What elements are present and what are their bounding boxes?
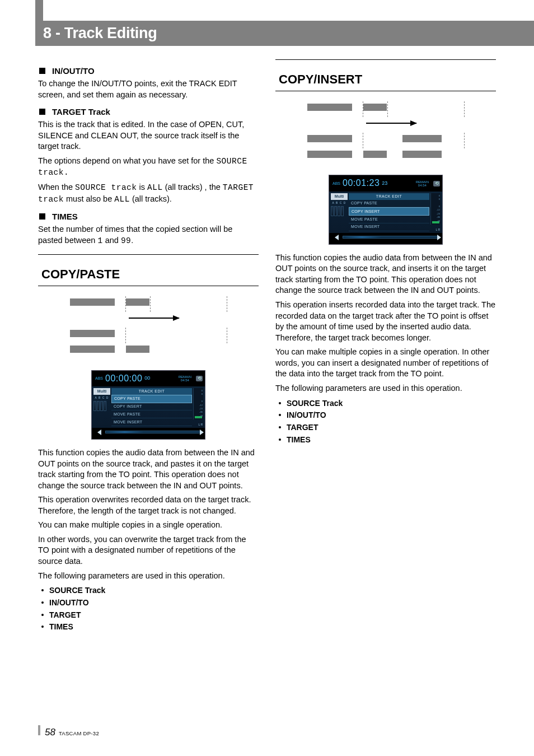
list-item: TIMES (38, 621, 259, 633)
lcd-timeline (329, 233, 442, 244)
subhead-label: TARGET Track (52, 106, 110, 118)
loop-icon: ⟲ (196, 376, 203, 381)
lcd-menu-title: TRACK EDIT (349, 193, 429, 200)
section-rule (38, 254, 259, 255)
body-text: The following parameters are used in thi… (275, 383, 496, 394)
lcd-time: 00:00:00 (105, 372, 142, 385)
body-text: This operation inserts recorded data int… (275, 300, 496, 343)
lcd-mode: Multi (331, 193, 348, 200)
subhead-label: TIMES (52, 211, 78, 222)
lcd-lr-label: L R (435, 228, 440, 232)
page-number: 58 (45, 726, 55, 739)
subhead-label: IN/OUT/TO (52, 65, 95, 77)
lcd-sliders (331, 206, 348, 216)
copy-paste-diagram (38, 296, 259, 362)
copy-insert-diagram (275, 101, 496, 167)
lcd-timeline (92, 428, 205, 439)
lcd-menu-item: MOVE PASTE (349, 216, 429, 223)
right-column: COPY/INSERT (275, 59, 496, 633)
lcd-track-letters: A B C D (331, 201, 348, 205)
section-rule (275, 59, 496, 60)
body-text: You can make multiple copies in a single… (38, 520, 259, 531)
body-text: In other words, you can overwrite the ta… (38, 534, 259, 567)
body-text: Set the number of times that the copied … (38, 224, 259, 246)
body-text: The options depend on what you have set … (38, 156, 259, 179)
lcd-menu-item: MOVE INSERT (349, 223, 429, 231)
subhead-times: TIMES (38, 211, 259, 222)
list-item: IN/OUT/TO (275, 409, 496, 422)
lcd-lr-label: L R (198, 423, 203, 427)
loop-icon: ⟲ (433, 181, 440, 186)
section-title-copypaste: COPY/PASTE (38, 265, 259, 286)
lcd-menu-item: COPY INSERT (349, 207, 429, 216)
lcd-menu-item: COPY INSERT (111, 403, 192, 411)
lcd-menu-item: MOVE INSERT (111, 418, 192, 426)
bullet-square-icon (39, 213, 45, 220)
lcd-remain: REMAIN 04:54 (416, 180, 429, 187)
list-item: IN/OUT/TO (38, 597, 259, 609)
chapter-header: 8 - Track Editing (35, 21, 534, 46)
lcd-menu-item: MOVE PASTE (111, 410, 192, 418)
section-title-copyinsert: COPY/INSERT (275, 70, 496, 91)
rewind-icon (335, 235, 339, 240)
list-item: TIMES (275, 434, 496, 446)
lcd-mode: Multi (93, 388, 110, 395)
body-text: This function copies the audio data from… (38, 447, 259, 491)
rewind-icon (97, 430, 101, 435)
bullet-square-icon (39, 68, 45, 74)
lcd-menu-title: TRACK EDIT (111, 388, 192, 395)
body-text: This operation overwrites recorded data … (38, 494, 259, 516)
footer-accent (38, 725, 40, 735)
lcd-sliders (93, 401, 110, 411)
lcd-track-letters: A B C D (93, 396, 110, 400)
lcd-screenshot-copyinsert: ABS 00:01:23 23 REMAIN 04:54 ⟲ Multi A B… (329, 175, 443, 244)
bullet-square-icon (39, 109, 45, 115)
lcd-menu-item: COPY PASTE (111, 395, 192, 403)
left-column: IN/OUT/TO To change the IN/OUT/TO points… (38, 59, 259, 633)
body-text: This function copies the audio data from… (275, 253, 496, 296)
lcd-remain: REMAIN 04:54 (179, 375, 191, 382)
body-text: The following parameters are used in thi… (38, 571, 259, 582)
forward-icon (437, 235, 441, 240)
lcd-time: 00:01:23 (343, 177, 380, 189)
list-item: SOURCE Track (38, 585, 259, 597)
list-item: TARGET (275, 422, 496, 434)
forward-icon (200, 430, 204, 435)
lcd-subframes: 23 (382, 180, 387, 187)
body-text: When the SOURCE track is ALL (all tracks… (38, 182, 259, 205)
lcd-meter: 000-12-24-36-48 (193, 388, 203, 419)
page-footer: 58 TASCAM DP-32 (38, 725, 99, 739)
lcd-abs-label: ABS (332, 181, 340, 186)
param-list: SOURCE Track IN/OUT/TO TARGET TIMES (38, 585, 259, 633)
chapter-title: 8 - Track Editing (43, 23, 157, 44)
body-text: You can make multiple copies in a single… (275, 347, 496, 380)
subhead-target: TARGET Track (38, 106, 259, 118)
list-item: TARGET (38, 609, 259, 622)
lcd-screenshot-copypaste: ABS 00:00:00 00 REMAIN 04:54 ⟲ Multi A B… (91, 370, 205, 440)
lcd-abs-label: ABS (95, 376, 103, 381)
lcd-menu-item: COPY PASTE (349, 200, 429, 208)
body-text: This is the track that is edited. In the… (38, 119, 259, 152)
footer-model: TASCAM DP-32 (59, 730, 99, 737)
page-edge-tab (35, 0, 43, 21)
body-text: To change the IN/OUT/TO points, exit the… (38, 78, 259, 100)
lcd-meter: 000-12-24-36-48 (430, 193, 441, 225)
lcd-subframes: 00 (144, 375, 150, 382)
param-list: SOURCE Track IN/OUT/TO TARGET TIMES (275, 398, 496, 446)
subhead-inoutto: IN/OUT/TO (38, 65, 259, 77)
list-item: SOURCE Track (275, 398, 496, 410)
